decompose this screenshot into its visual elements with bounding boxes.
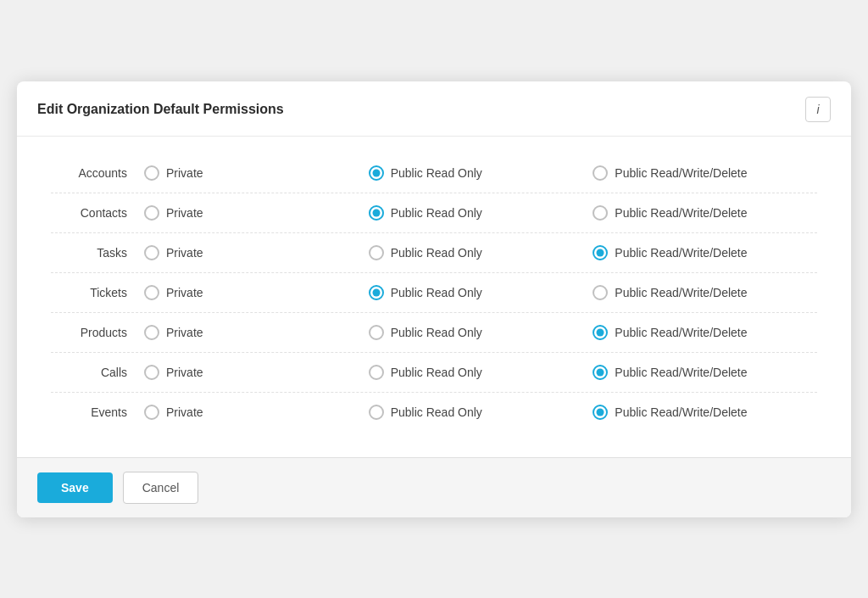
permission-row-tasks: TasksPrivatePublic Read OnlyPublic Read/… — [51, 233, 817, 273]
radio-option-contacts-public_read_write_delete[interactable]: Public Read/Write/Delete — [593, 205, 817, 221]
radio-option-tasks-private[interactable]: Private — [144, 245, 369, 260]
radio-input-contacts-private[interactable] — [144, 205, 159, 221]
radio-option-tickets-public_read_only[interactable]: Public Read Only — [369, 285, 593, 300]
radio-input-tickets-private[interactable] — [144, 285, 159, 300]
radio-option-tickets-public_read_write_delete[interactable]: Public Read/Write/Delete — [593, 285, 817, 300]
radio-label-events-public_read_only: Public Read Only — [391, 405, 482, 419]
radio-option-calls-public_read_write_delete[interactable]: Public Read/Write/Delete — [593, 365, 817, 380]
radio-option-events-public_read_write_delete[interactable]: Public Read/Write/Delete — [593, 405, 817, 420]
modal-footer: Save Cancel — [17, 457, 851, 517]
permission-row-calls: CallsPrivatePublic Read OnlyPublic Read/… — [51, 353, 817, 393]
radio-label-events-private: Private — [166, 405, 203, 419]
radio-label-tasks-private: Private — [166, 246, 203, 260]
radio-input-tasks-private[interactable] — [144, 245, 159, 260]
row-label-contacts: Contacts — [51, 206, 144, 220]
radio-group-events: PrivatePublic Read OnlyPublic Read/Write… — [144, 405, 817, 420]
radio-input-tickets-public_read_only[interactable] — [369, 285, 384, 300]
radio-label-tasks-public_read_only: Public Read Only — [391, 246, 482, 260]
radio-input-tasks-public_read_write_delete[interactable] — [593, 245, 608, 260]
radio-label-contacts-public_read_only: Public Read Only — [391, 206, 482, 220]
row-label-events: Events — [51, 405, 144, 419]
radio-input-tickets-public_read_write_delete[interactable] — [593, 285, 608, 300]
radio-option-tasks-public_read_write_delete[interactable]: Public Read/Write/Delete — [593, 245, 817, 260]
radio-input-accounts-private[interactable] — [144, 165, 159, 181]
radio-label-products-private: Private — [166, 326, 203, 339]
row-label-tickets: Tickets — [51, 286, 144, 299]
radio-group-tasks: PrivatePublic Read OnlyPublic Read/Write… — [144, 245, 817, 260]
radio-group-tickets: PrivatePublic Read OnlyPublic Read/Write… — [144, 285, 817, 300]
permissions-list: AccountsPrivatePublic Read OnlyPublic Re… — [51, 154, 817, 432]
radio-label-tickets-public_read_write_delete: Public Read/Write/Delete — [615, 286, 747, 299]
radio-label-tickets-public_read_only: Public Read Only — [391, 286, 482, 299]
row-label-products: Products — [51, 326, 144, 339]
radio-input-contacts-public_read_write_delete[interactable] — [593, 205, 608, 221]
save-button[interactable]: Save — [37, 472, 113, 503]
radio-input-products-private[interactable] — [144, 325, 159, 340]
permission-row-accounts: AccountsPrivatePublic Read OnlyPublic Re… — [51, 154, 817, 193]
permission-row-tickets: TicketsPrivatePublic Read OnlyPublic Rea… — [51, 273, 817, 313]
radio-input-events-private[interactable] — [144, 405, 159, 420]
radio-group-accounts: PrivatePublic Read OnlyPublic Read/Write… — [144, 165, 817, 181]
radio-input-contacts-public_read_only[interactable] — [369, 205, 384, 221]
radio-label-calls-private: Private — [166, 366, 203, 379]
row-label-accounts: Accounts — [51, 166, 144, 180]
permission-row-events: EventsPrivatePublic Read OnlyPublic Read… — [51, 393, 817, 432]
radio-group-products: PrivatePublic Read OnlyPublic Read/Write… — [144, 325, 817, 340]
radio-label-calls-public_read_write_delete: Public Read/Write/Delete — [615, 366, 747, 379]
edit-permissions-modal: Edit Organization Default Permissions i … — [17, 81, 851, 517]
radio-label-products-public_read_write_delete: Public Read/Write/Delete — [615, 326, 747, 339]
radio-input-calls-public_read_write_delete[interactable] — [593, 365, 608, 380]
radio-option-products-private[interactable]: Private — [144, 325, 369, 340]
cancel-button[interactable]: Cancel — [123, 472, 199, 504]
radio-input-events-public_read_only[interactable] — [369, 405, 384, 420]
radio-input-products-public_read_only[interactable] — [369, 325, 384, 340]
radio-label-accounts-private: Private — [166, 166, 203, 180]
radio-input-products-public_read_write_delete[interactable] — [593, 325, 608, 340]
radio-input-calls-private[interactable] — [144, 365, 159, 380]
permission-row-products: ProductsPrivatePublic Read OnlyPublic Re… — [51, 313, 817, 353]
radio-label-products-public_read_only: Public Read Only — [391, 326, 482, 339]
radio-label-tasks-public_read_write_delete: Public Read/Write/Delete — [615, 246, 747, 260]
modal-header: Edit Organization Default Permissions i — [17, 81, 851, 137]
radio-input-accounts-public_read_write_delete[interactable] — [593, 165, 608, 181]
radio-option-accounts-public_read_only[interactable]: Public Read Only — [369, 165, 593, 181]
radio-option-tasks-public_read_only[interactable]: Public Read Only — [369, 245, 593, 260]
radio-option-contacts-public_read_only[interactable]: Public Read Only — [369, 205, 593, 221]
radio-option-contacts-private[interactable]: Private — [144, 205, 369, 221]
radio-label-calls-public_read_only: Public Read Only — [391, 366, 482, 379]
radio-label-tickets-private: Private — [166, 286, 203, 299]
info-button[interactable]: i — [805, 97, 831, 122]
row-label-calls: Calls — [51, 366, 144, 379]
radio-input-events-public_read_write_delete[interactable] — [593, 405, 608, 420]
radio-option-calls-public_read_only[interactable]: Public Read Only — [369, 365, 593, 380]
radio-option-accounts-private[interactable]: Private — [144, 165, 369, 181]
radio-option-events-public_read_only[interactable]: Public Read Only — [369, 405, 593, 420]
radio-label-accounts-public_read_only: Public Read Only — [391, 166, 482, 180]
permission-row-contacts: ContactsPrivatePublic Read OnlyPublic Re… — [51, 193, 817, 233]
radio-label-contacts-private: Private — [166, 206, 203, 220]
radio-label-contacts-public_read_write_delete: Public Read/Write/Delete — [615, 206, 747, 220]
modal-body: AccountsPrivatePublic Read OnlyPublic Re… — [17, 137, 851, 457]
radio-group-contacts: PrivatePublic Read OnlyPublic Read/Write… — [144, 205, 817, 221]
radio-option-accounts-public_read_write_delete[interactable]: Public Read/Write/Delete — [593, 165, 817, 181]
radio-input-calls-public_read_only[interactable] — [369, 365, 384, 380]
radio-option-calls-private[interactable]: Private — [144, 365, 369, 380]
radio-option-tickets-private[interactable]: Private — [144, 285, 369, 300]
row-label-tasks: Tasks — [51, 246, 144, 260]
radio-option-products-public_read_write_delete[interactable]: Public Read/Write/Delete — [593, 325, 817, 340]
radio-option-products-public_read_only[interactable]: Public Read Only — [369, 325, 593, 340]
radio-label-events-public_read_write_delete: Public Read/Write/Delete — [615, 405, 747, 419]
radio-input-accounts-public_read_only[interactable] — [369, 165, 384, 181]
radio-group-calls: PrivatePublic Read OnlyPublic Read/Write… — [144, 365, 817, 380]
modal-title: Edit Organization Default Permissions — [37, 102, 284, 117]
radio-option-events-private[interactable]: Private — [144, 405, 369, 420]
radio-label-accounts-public_read_write_delete: Public Read/Write/Delete — [615, 166, 747, 180]
radio-input-tasks-public_read_only[interactable] — [369, 245, 384, 260]
